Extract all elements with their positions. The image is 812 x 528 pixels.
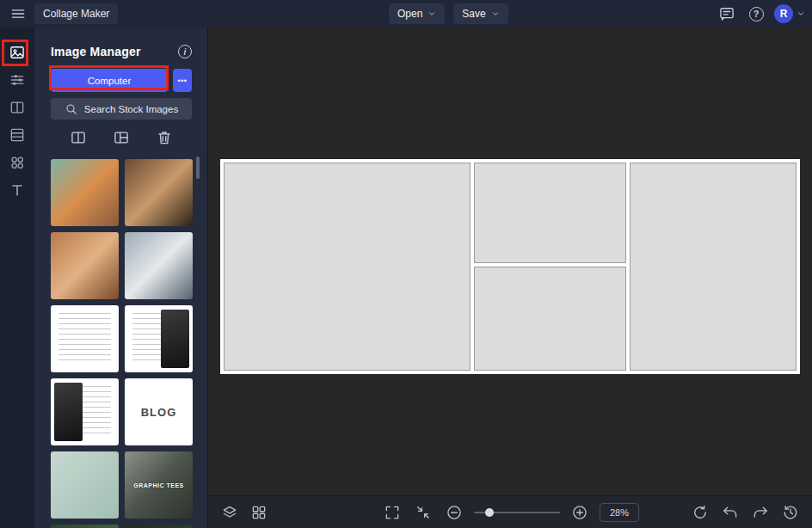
bottom-toolbar: 28%: [208, 495, 812, 528]
collage-center-column: [474, 163, 626, 371]
sidebar-item-graphics[interactable]: [0, 150, 34, 175]
feedback-button[interactable]: [716, 3, 738, 25]
source-row: Computer •••: [51, 69, 192, 92]
collage-cell-center-top[interactable]: [474, 163, 626, 263]
hamburger-menu-button[interactable]: [7, 3, 29, 25]
collage-cell-center-bottom[interactable]: [474, 267, 626, 371]
photo-icon: [9, 44, 26, 61]
thumbnail-green-toned-photo[interactable]: [51, 525, 119, 528]
text-tool-icon: [9, 181, 26, 199]
thumbnail-blog-title-page[interactable]: BLOG: [125, 378, 193, 445]
undo-button[interactable]: [719, 501, 741, 524]
info-icon[interactable]: i: [178, 45, 192, 58]
search-icon: [65, 102, 78, 116]
computer-button[interactable]: Computer: [51, 69, 168, 92]
open-button-label: Open: [397, 8, 422, 20]
app-title: Collage Maker: [34, 3, 118, 24]
collage-cell-right[interactable]: [630, 163, 797, 371]
layout-columns-icon: [9, 99, 26, 116]
sidebar-item-layouts[interactable]: [0, 95, 34, 120]
minus-circle-icon: [446, 504, 463, 521]
collage-maker-app: Collage Maker Open Save ?: [0, 0, 812, 528]
zoom-out-button[interactable]: [443, 501, 465, 524]
more-options-button[interactable]: •••: [173, 69, 192, 92]
sidebar-icon-rail: [0, 28, 34, 528]
save-button-label: Save: [462, 8, 485, 20]
zoom-value[interactable]: 28%: [600, 503, 639, 522]
thumbnail-woman-working-on-laptop[interactable]: [51, 232, 119, 299]
chat-bubble-icon: [718, 5, 735, 22]
trash-icon: [156, 129, 173, 146]
collage-grid-icon: [113, 129, 130, 146]
panel-title: Image Manager: [51, 45, 141, 58]
bottom-toolbar-right: [689, 501, 802, 524]
canvas-stage: 28%: [208, 28, 812, 528]
undo-icon: [722, 504, 739, 521]
save-button[interactable]: Save: [453, 3, 508, 24]
plus-circle-icon: [571, 504, 588, 521]
thumbnail-photo-block: [54, 383, 83, 440]
thumbnail-grid: BLOGGRAPHIC TEES: [51, 159, 193, 528]
fit-to-screen-button[interactable]: [412, 501, 434, 524]
fullscreen-button[interactable]: [381, 501, 403, 524]
zoom-slider-knob[interactable]: [485, 508, 494, 517]
delete-button[interactable]: [153, 126, 175, 149]
redo-button[interactable]: [749, 501, 772, 524]
redo-icon: [752, 504, 769, 521]
collage-cell-left[interactable]: [224, 163, 471, 371]
grid-toggle-button[interactable]: [248, 501, 270, 524]
thumbnail-pants-product-document[interactable]: [51, 378, 119, 445]
search-stock-images-button[interactable]: Search Stock Images: [51, 98, 192, 120]
rotate-refresh-icon: [692, 504, 709, 521]
zoom-slider[interactable]: [474, 505, 560, 520]
chevron-down-icon: [428, 9, 436, 18]
chevron-down-icon: [797, 9, 805, 18]
layout-split-icon: [70, 129, 87, 146]
thumbnail-tools-row: [51, 126, 192, 149]
image-manager-panel: Image Manager i Computer ••• Search Stoc…: [34, 28, 208, 528]
thumbnail-hands-holding-cash-receipts[interactable]: [125, 159, 193, 226]
history-clock-icon: [782, 504, 799, 521]
thumbnail-graphic-tees-truck-photo[interactable]: GRAPHIC TEES: [125, 451, 193, 519]
layers-button[interactable]: [218, 501, 241, 524]
avatar: R: [774, 4, 793, 23]
rows-grid-icon: [9, 126, 26, 144]
thumbnail-document-with-pants-photo[interactable]: [125, 305, 193, 372]
sidebar-item-edit-settings[interactable]: [0, 67, 34, 93]
thumbnail-woman-unpacking-shopping-bags[interactable]: [51, 159, 119, 226]
sidebar-item-image-manager[interactable]: [0, 40, 34, 65]
topbar-left: Collage Maker: [7, 3, 118, 25]
reset-canvas-button[interactable]: [689, 501, 711, 524]
thumbnail-dark-green-photo[interactable]: [125, 525, 193, 528]
history-button[interactable]: [779, 501, 802, 524]
thumbnail-text: BLOG: [125, 378, 193, 445]
thumbnail-laptop-on-desk[interactable]: [125, 232, 193, 299]
sidebar-item-text[interactable]: [0, 177, 34, 203]
layers-icon: [221, 504, 238, 521]
thumbnail-text: GRAPHIC TEES: [125, 451, 193, 519]
chevron-down-icon: [491, 9, 500, 18]
four-squares-icon: [250, 504, 268, 521]
sidebar-item-patterns[interactable]: [0, 122, 34, 148]
fit-screen-icon: [415, 504, 432, 521]
hamburger-icon: [9, 5, 27, 22]
open-button[interactable]: Open: [389, 3, 445, 24]
topbar-right: ? R: [716, 3, 805, 25]
panel-header: Image Manager i: [51, 43, 192, 60]
help-button[interactable]: ?: [745, 3, 767, 25]
collage-view-button[interactable]: [110, 126, 132, 149]
help-icon: ?: [749, 7, 764, 21]
zoom-in-button[interactable]: [569, 501, 591, 524]
app-body: Image Manager i Computer ••• Search Stoc…: [0, 28, 812, 528]
grid-view-button[interactable]: [67, 126, 89, 149]
panel-scrollbar[interactable]: [196, 157, 200, 179]
thumbnail-photo-block: [161, 310, 189, 367]
topbar-center: Open Save: [389, 0, 508, 28]
collage-canvas[interactable]: [220, 159, 800, 374]
thumbnail-policy-text-document[interactable]: [51, 305, 119, 372]
topbar: Collage Maker Open Save ?: [0, 0, 812, 28]
search-stock-images-label: Search Stock Images: [84, 104, 178, 114]
thumbnail-frosted-green-glass[interactable]: [51, 451, 119, 519]
account-button[interactable]: R: [774, 4, 805, 23]
bottom-toolbar-center: 28%: [381, 501, 639, 524]
